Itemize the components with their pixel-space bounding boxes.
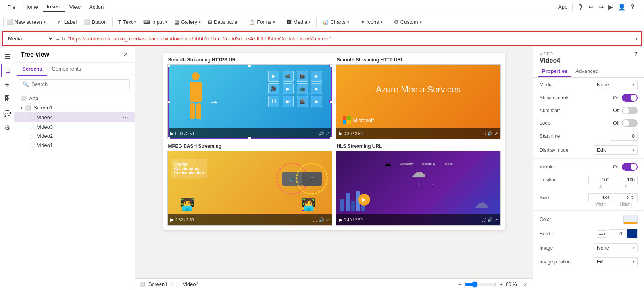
border-color-swatch[interactable] — [627, 229, 638, 238]
rail-message-icon[interactable]: 💬 — [1, 107, 13, 120]
size-height-input[interactable] — [614, 193, 638, 202]
input-button[interactable]: ⌨ Input ▾ — [140, 17, 171, 27]
fullscreen-icon-3[interactable]: ⛶ — [313, 218, 317, 222]
auto-start-toggle[interactable] — [622, 107, 638, 114]
menu-home[interactable]: Home — [20, 2, 42, 11]
display-mode-select[interactable]: Edit ▾ — [594, 145, 638, 155]
fullscreen-icon-4[interactable]: ⛶ — [481, 218, 486, 222]
forms-button[interactable]: 📋 Forms ▾ — [246, 17, 278, 27]
video-cell-1[interactable]: Smooth Streaming HTTPS URL — [167, 57, 332, 139]
fullscreen-icon-1[interactable]: ⛶ — [313, 131, 317, 136]
rail-menu-icon[interactable]: ☰ — [1, 50, 13, 63]
fullscreen-icon-2[interactable]: ⛶ — [481, 131, 486, 136]
media-select[interactable]: None ▾ — [594, 80, 638, 89]
handle-tl[interactable] — [167, 64, 170, 67]
position-x-input[interactable] — [588, 176, 612, 184]
rail-layers-icon[interactable]: ⊞ — [1, 64, 13, 77]
button-button[interactable]: ⬜ Button — [81, 17, 110, 27]
play-button-3[interactable]: ▶ — [170, 217, 174, 223]
start-time-input[interactable] — [610, 132, 638, 141]
zoom-slider[interactable] — [465, 281, 496, 288]
canvas-scroll[interactable]: Smooth Streaming HTTPS URL — [135, 47, 533, 278]
play-button-2[interactable]: ▶ — [339, 131, 342, 136]
user-icon[interactable]: 👤 — [618, 3, 626, 11]
gallery-button[interactable]: ▦ Gallery ▾ — [171, 17, 204, 27]
border-width-input[interactable] — [609, 229, 625, 238]
zoom-minus[interactable]: − — [458, 281, 461, 288]
tab-advanced[interactable]: Advanced — [571, 66, 602, 77]
tab-screens[interactable]: Screens — [17, 63, 47, 76]
play-button-4[interactable]: ▶ — [339, 217, 342, 223]
undo-icon[interactable]: ↩ — [588, 3, 594, 11]
expand-canvas-icon[interactable]: ⤢ — [523, 281, 528, 288]
more-icon[interactable]: ··· — [123, 114, 128, 121]
expand-icon-3[interactable]: ⤢ — [326, 218, 329, 223]
size-width-input[interactable] — [588, 193, 612, 202]
zoom-plus[interactable]: + — [500, 281, 503, 288]
video-thumb-3[interactable]: Sharing Collaboration Communication 📺 🎬 — [167, 151, 332, 226]
label-button[interactable]: 🏷 Label — [54, 17, 80, 27]
formula-fx-label[interactable]: fx — [62, 36, 66, 42]
position-y-input[interactable] — [614, 176, 638, 184]
color-swatch[interactable] — [623, 215, 638, 224]
image-select[interactable]: None ▾ — [594, 243, 638, 252]
charts-button[interactable]: 📊 Charts ▾ — [319, 17, 352, 27]
icons-button[interactable]: ✦ Icons ▾ — [358, 17, 386, 27]
menu-insert[interactable]: Insert — [43, 2, 65, 12]
video-thumb-4[interactable]: ☁ Scalability Reliability Reach ☁ — [336, 151, 501, 226]
breadcrumb-video4[interactable]: Video4 — [183, 281, 198, 287]
text-button[interactable]: T Text ▾ — [115, 17, 139, 27]
media-button[interactable]: 🖼 Media ▾ — [283, 17, 314, 27]
tab-components[interactable]: Components — [47, 63, 86, 76]
menu-view[interactable]: View — [65, 2, 85, 11]
video-cell-2[interactable]: Smooth Streaming HTTP URL Azure Media Se… — [336, 57, 501, 139]
formula-input[interactable] — [68, 36, 633, 42]
rail-add-icon[interactable]: + — [1, 78, 13, 91]
handle-tc[interactable] — [248, 64, 251, 67]
data-table-button[interactable]: ⊞ Data table — [205, 17, 240, 27]
rail-database-icon[interactable]: 🗄 — [1, 93, 13, 105]
play-button-1[interactable]: ▶ — [170, 131, 174, 136]
image-position-select[interactable]: Fill ▾ — [594, 257, 638, 266]
volume-icon-1[interactable]: 🔊 — [319, 131, 324, 136]
video-cell-3[interactable]: MPEG DASH Streaming Sharing Collaboratio… — [167, 143, 332, 226]
tree-item-app[interactable]: ⬜ App — [14, 94, 135, 103]
expand-icon-1[interactable]: ⤢ — [326, 131, 329, 136]
menu-action[interactable]: Action — [85, 2, 108, 11]
new-screen-button[interactable]: ⬜ New screen ▾ — [3, 17, 49, 27]
border-style-select[interactable]: — ▾ — [597, 230, 607, 238]
tree-item-screen1[interactable]: ▾ ⬜ Screen1 — [14, 103, 135, 112]
volume-icon-3[interactable]: 🔊 — [319, 218, 324, 223]
show-controls-toggle[interactable] — [622, 94, 638, 102]
handle-ml[interactable] — [167, 100, 170, 103]
tree-item-video1[interactable]: ⬚ Video1 — [14, 141, 135, 150]
formula-chevron-icon[interactable]: ▾ — [636, 36, 638, 41]
volume-icon-4[interactable]: 🔊 — [487, 218, 493, 223]
tab-properties[interactable]: Properties — [538, 66, 571, 77]
redo-icon[interactable]: ↪ — [598, 3, 604, 11]
breadcrumb-screen1[interactable]: Screen1 — [148, 281, 167, 287]
video-thumb-1[interactable]: ▶ 📹 🎬 ▶ 🎥 ▶ 📺 ▶ 🎞 ▶ 🎬 — [167, 64, 332, 139]
handle-tr[interactable] — [329, 64, 332, 67]
menu-file[interactable]: File — [3, 2, 19, 11]
play-icon[interactable]: ▶ — [608, 3, 613, 11]
tree-item-video4[interactable]: ⬚ Video4 ··· — [14, 112, 135, 122]
visible-toggle[interactable] — [622, 163, 638, 171]
handle-mr[interactable] — [329, 100, 332, 103]
formula-name-select[interactable]: Media — [6, 35, 54, 42]
help-icon[interactable]: ? — [631, 4, 634, 11]
video-cell-4[interactable]: HLS Streaming URL ☁ Scalability Reliabil… — [336, 143, 501, 226]
sidebar-close-icon[interactable]: ✕ — [123, 51, 128, 58]
volume-icon-2[interactable]: 🔊 — [487, 131, 493, 136]
microphone-icon[interactable]: 🎙 — [577, 4, 584, 11]
search-input[interactable] — [31, 81, 126, 87]
loop-toggle[interactable] — [622, 119, 638, 127]
expand-icon-4[interactable]: ⤢ — [494, 218, 498, 223]
expand-icon-2[interactable]: ⤢ — [494, 131, 498, 136]
tree-item-video3[interactable]: ⬚ Video3 — [14, 122, 135, 132]
rail-settings-icon[interactable]: ⚙ — [1, 121, 13, 134]
panel-help-icon[interactable]: ? — [634, 51, 638, 57]
video-thumb-2[interactable]: Azure Media Services Microsoft — [336, 64, 501, 139]
custom-button[interactable]: ⚙ Custom ▾ — [391, 17, 425, 27]
tree-item-video2[interactable]: ⬚ Video2 — [14, 132, 135, 141]
